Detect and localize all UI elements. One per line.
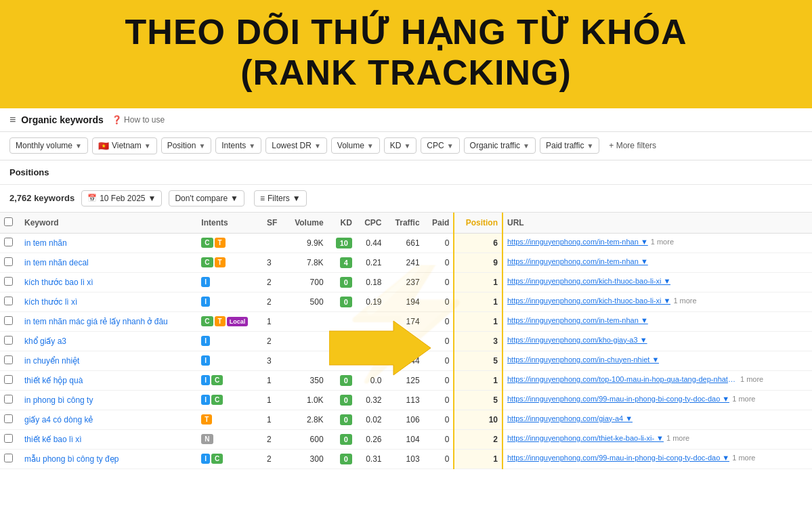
keyword-header[interactable]: Keyword [20, 213, 197, 234]
url-link[interactable]: https://innguyenphong.com/kho-giay-a3 ▼ [507, 336, 647, 344]
intents-cell: I [197, 331, 263, 351]
checkbox-header[interactable] [0, 213, 20, 234]
keyword-link[interactable]: in chuyển nhiệt [24, 356, 79, 366]
active-filters-button[interactable]: ≡ Filters ▼ [254, 190, 307, 206]
volume-header[interactable]: Volume [284, 213, 328, 234]
chevron-down-icon: ▼ [230, 194, 238, 203]
position-cell: 1 [454, 272, 503, 292]
row-checkbox[interactable] [4, 336, 13, 345]
kd-header[interactable]: KD [328, 213, 356, 234]
keyword-link[interactable]: in tem nhãn mác giá rẻ lấy nhanh ở đâu [24, 317, 168, 326]
url-link[interactable]: https://innguyenphong.com/in-chuyen-nhie… [507, 355, 659, 364]
cpc-header[interactable]: CPC [356, 213, 386, 234]
row-checkbox[interactable] [4, 454, 13, 462]
keyword-link[interactable]: kích thước bao lì xì [24, 278, 93, 287]
keyword-link[interactable]: giấy a4 có dòng kẻ [24, 415, 93, 425]
compare-button[interactable]: Don't compare ▼ [169, 190, 244, 206]
row-checkbox-cell [0, 292, 20, 311]
keywords-table-wrapper: ⚡ Keyword Intents SF Volume KD CPC Traff… [0, 213, 812, 469]
url-link[interactable]: https://innguyenphong.com/thiet-ke-bao-l… [507, 434, 664, 442]
row-checkbox[interactable] [4, 238, 13, 246]
filter-position[interactable]: Position ▼ [161, 137, 212, 154]
intent-badge: C [211, 375, 223, 385]
menu-icon[interactable]: ≡ [9, 114, 16, 126]
filter-vietnam[interactable]: 🇻🇳 Vietnam ▼ [92, 137, 157, 154]
keyword-link[interactable]: thiết kế hộp quà [24, 376, 83, 385]
row-checkbox[interactable] [4, 277, 13, 286]
keyword-link[interactable]: in phong bì công ty [24, 395, 93, 405]
keyword-link[interactable]: thiết kế bao lì xì [24, 435, 82, 444]
url-header[interactable]: URL [503, 213, 812, 234]
url-link[interactable]: https://innguyenphong.com/99-mau-in-phon… [507, 395, 729, 403]
filter-paid-traffic[interactable]: Paid traffic ▼ [540, 137, 599, 154]
filter-organic-traffic[interactable]: Organic traffic ▼ [464, 137, 536, 154]
filter-label: Paid traffic [546, 141, 584, 150]
row-checkbox[interactable] [4, 395, 13, 404]
more-urls-link[interactable]: 1 more [732, 454, 755, 462]
paid-header[interactable]: Paid [424, 213, 454, 234]
filter-intents[interactable]: Intents ▼ [215, 137, 261, 154]
intent-badge: I [201, 336, 210, 346]
traffic-header[interactable]: Traffic [386, 213, 424, 234]
paid-cell: 0 [424, 410, 454, 429]
sf-header[interactable]: SF [263, 213, 284, 234]
more-urls-link[interactable]: 1 more [673, 297, 696, 305]
row-checkbox[interactable] [4, 257, 13, 266]
filter-cpc[interactable]: CPC ▼ [421, 137, 459, 154]
more-urls-link[interactable]: 1 more [740, 375, 763, 383]
keyword-link[interactable]: mẫu phong bì công ty đẹp [24, 454, 119, 464]
keyword-link[interactable]: in tem nhãn [24, 238, 67, 248]
more-urls-link[interactable]: 1 more [732, 395, 755, 403]
keyword-cell: in phong bì công ty [20, 390, 197, 410]
intents-header[interactable]: Intents [197, 213, 263, 234]
filter-monthly-volume[interactable]: Monthly volume ▼ [9, 137, 88, 154]
table-row: in tem nhãn mác giá rẻ lấy nhanh ở đâuCT… [0, 311, 812, 331]
row-checkbox-cell [0, 390, 20, 410]
filter-volume[interactable]: Volume ▼ [331, 137, 380, 154]
volume-cell: 9.9K [284, 233, 328, 253]
filter-label: Monthly volume [16, 141, 72, 150]
chevron-down-icon: ▼ [198, 142, 205, 150]
date-button[interactable]: 📅 10 Feb 2025 ▼ [81, 190, 162, 206]
chevron-down-icon: ▼ [523, 142, 530, 150]
chevron-down-icon: ▼ [367, 142, 374, 150]
paid-cell: 0 [424, 351, 454, 370]
url-link[interactable]: https://innguyenphong.com/top-100-mau-in… [507, 375, 738, 383]
url-cell: https://innguyenphong.com/99-mau-in-phon… [503, 391, 812, 407]
url-link[interactable]: https://innguyenphong.com/in-tem-nhan ▼ [507, 316, 648, 324]
filter-kd[interactable]: KD ▼ [384, 137, 417, 154]
url-link[interactable]: https://innguyenphong.com/in-tem-nhan ▼ [507, 238, 648, 246]
row-checkbox[interactable] [4, 297, 13, 305]
row-checkbox[interactable] [4, 414, 13, 423]
kd-cell: 0 [328, 292, 356, 311]
row-checkbox-cell [0, 410, 20, 429]
row-checkbox[interactable] [4, 355, 13, 364]
position-header[interactable]: Position [454, 213, 503, 234]
more-urls-link[interactable]: 1 more [651, 238, 674, 246]
paid-cell: 0 [424, 331, 454, 351]
select-all-checkbox[interactable] [4, 217, 13, 226]
sf-cell: 2 [263, 292, 284, 311]
intent-badge: T [215, 238, 226, 248]
row-checkbox[interactable] [4, 434, 13, 443]
kd-badge: 10 [336, 238, 352, 248]
filter-lowest-dr[interactable]: Lowest DR ▼ [265, 137, 327, 154]
sf-cell [263, 233, 284, 253]
url-link[interactable]: https://innguyenphong.com/giay-a4 ▼ [507, 414, 633, 422]
kd-cell: 0 [328, 449, 356, 469]
url-link[interactable]: https://innguyenphong.com/kich-thuoc-bao… [507, 277, 670, 285]
url-link[interactable]: https://innguyenphong.com/99-mau-in-phon… [507, 454, 729, 462]
traffic-cell: 106 [386, 410, 424, 429]
keyword-link[interactable]: khổ giấy a3 [24, 336, 66, 346]
keyword-link[interactable]: kích thước lì xì [24, 297, 77, 307]
how-to-use-link[interactable]: ❓ How to use [112, 115, 165, 125]
row-checkbox[interactable] [4, 375, 13, 384]
chevron-down-icon: ▼ [404, 142, 410, 150]
keyword-link[interactable]: in tem nhãn decal [24, 258, 89, 267]
cpc-cell: 0.21 [356, 253, 386, 272]
row-checkbox[interactable] [4, 316, 13, 325]
url-link[interactable]: https://innguyenphong.com/in-tem-nhan ▼ [507, 257, 648, 265]
more-urls-link[interactable]: 1 more [666, 434, 689, 442]
more-filters-button[interactable]: + More filters [603, 138, 662, 153]
url-link[interactable]: https://innguyenphong.com/kich-thuoc-bao… [507, 297, 670, 305]
